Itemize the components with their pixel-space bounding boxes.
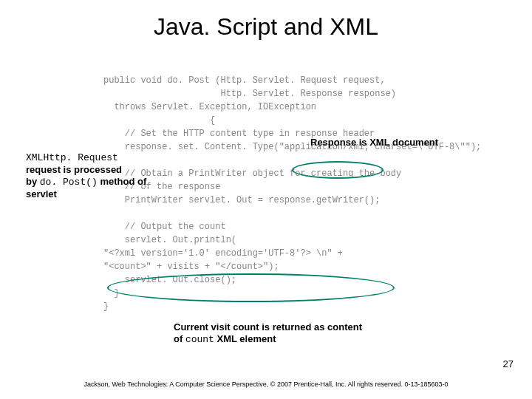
callout-bottom-line2b: XML element xyxy=(214,333,276,344)
callout-left-text-3a: by xyxy=(26,176,40,187)
callout-bottom-code: count xyxy=(185,334,214,345)
highlight-oval-content-type xyxy=(292,161,383,179)
callout-left-text-4: servlet xyxy=(26,188,57,200)
callout-top-right: Response is XML document xyxy=(310,137,438,148)
slide-title: Java. Script and XML xyxy=(0,13,532,41)
callout-bottom-line2a: of xyxy=(174,333,185,344)
callout-left-text-2: request is processed xyxy=(26,164,122,175)
callout-bottom-line1: Current visit count is returned as conte… xyxy=(174,321,362,332)
callout-left-text-3b: method of xyxy=(98,176,146,187)
highlight-oval-output xyxy=(107,273,395,302)
callout-bottom: Current visit count is returned as conte… xyxy=(174,321,440,346)
footer-citation: Jackson, Web Technologies: A Computer Sc… xyxy=(0,381,532,388)
callout-left: XMLHttp. Request request is processed by… xyxy=(26,151,151,200)
page-number: 27 xyxy=(503,358,514,369)
callout-left-code: XMLHttp. Request xyxy=(26,152,118,163)
callout-left-code-2: do. Post() xyxy=(40,177,98,188)
